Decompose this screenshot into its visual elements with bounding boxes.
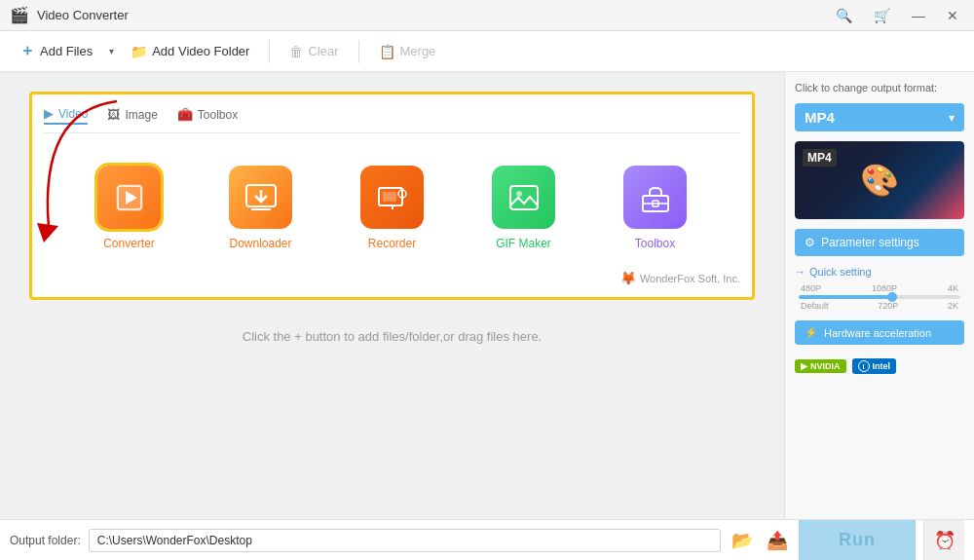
output-folder-label: Output folder: — [10, 534, 81, 547]
feature-item-converter[interactable]: Converter — [83, 158, 175, 258]
drop-hint: Click the + button to add files/folder,o… — [10, 329, 774, 344]
run-label: Run — [839, 530, 876, 549]
quality-4k: 4K — [948, 283, 958, 293]
quick-setting-arrow-icon: → — [795, 266, 805, 278]
search-title-btn[interactable]: 🔍 — [830, 6, 858, 25]
quick-setting-label: → Quick setting — [795, 266, 964, 278]
add-files-button[interactable]: ＋ Add Files — [10, 36, 102, 66]
add-files-dropdown[interactable]: ▾ — [106, 41, 117, 61]
mp4-label: MP4 — [803, 149, 837, 167]
downloader-label: Downloader — [229, 237, 291, 250]
add-files-label: Add Files — [40, 44, 93, 58]
svg-rect-12 — [510, 186, 538, 209]
alarm-icon: ⏰ — [934, 530, 955, 551]
gpu-badges: ▶ NVIDIA i Intel — [795, 358, 964, 374]
parameter-settings-button[interactable]: ⚙ Parameter settings — [795, 229, 964, 256]
add-folder-button[interactable]: 📁 Add Video Folder — [121, 39, 259, 64]
gifmaker-label: GIF Maker — [496, 237, 551, 250]
clear-icon: 🗑 — [289, 44, 303, 59]
title-bar-controls: 🔍 🛒 — ✕ — [830, 6, 964, 25]
quick-setting-section: → Quick setting 480P 1080P 4K Default 72… — [795, 266, 964, 311]
folder-browse-button[interactable]: 📂 — [729, 527, 756, 554]
settings-icon: ⚙ — [805, 236, 815, 249]
tab-video[interactable]: ▶ Video — [44, 106, 88, 125]
toolbox-tab-icon: 🧰 — [177, 107, 193, 122]
tab-toolbox-label: Toolbox — [198, 108, 238, 122]
toolbar: ＋ Add Files ▾ 📁 Add Video Folder 🗑 Clear… — [0, 31, 974, 72]
feature-tabs: ▶ Video 🖼 Image 🧰 Toolbox — [44, 106, 740, 133]
quality-2k: 2K — [948, 301, 958, 311]
import-export-button[interactable]: 📤 — [764, 527, 791, 554]
left-panel: ▶ Video 🖼 Image 🧰 Toolbox — [0, 72, 784, 519]
quality-720p: 720P — [878, 301, 898, 311]
feature-item-toolbox[interactable]: Toolbox — [609, 158, 701, 258]
toolbox-icon — [623, 166, 687, 229]
quality-labels-top: 480P 1080P 4K — [799, 283, 960, 293]
wonderfox-logo-icon: 🦊 — [620, 271, 636, 285]
format-preview: MP4 🎨 — [795, 141, 964, 219]
quality-track[interactable] — [799, 295, 960, 299]
nvidia-icon: ▶ — [801, 361, 807, 371]
format-dropdown-icon: ▾ — [949, 111, 955, 125]
bottom-bar: Output folder: 📂 📤 Run ⏰ — [0, 519, 974, 560]
tab-image-label: Image — [125, 108, 157, 122]
feature-item-downloader[interactable]: Downloader — [214, 158, 307, 258]
merge-button[interactable]: 📋 Merge — [369, 39, 446, 64]
quality-thumb[interactable] — [887, 292, 897, 302]
converter-icon — [97, 166, 161, 229]
recorder-icon — [360, 166, 424, 229]
format-label: Click to change output format: — [795, 82, 964, 93]
tab-toolbox[interactable]: 🧰 Toolbox — [177, 106, 238, 125]
minimize-btn[interactable]: — — [906, 6, 931, 25]
run-button[interactable]: Run — [799, 520, 916, 561]
feature-footer-text: WonderFox Soft, Inc. — [640, 273, 740, 284]
right-panel: Click to change output format: MP4 ▾ MP4… — [784, 72, 974, 519]
feature-footer: 🦊 WonderFox Soft, Inc. — [44, 271, 740, 285]
quality-480p: 480P — [801, 283, 821, 293]
tab-video-label: Video — [58, 107, 88, 121]
video-tab-icon: ▶ — [44, 106, 54, 121]
feature-item-recorder[interactable]: Recorder — [346, 158, 438, 258]
hw-icon: ⚡ — [805, 326, 818, 339]
nvidia-label: NVIDIA — [810, 361, 841, 371]
app-title: Video Converter — [37, 8, 830, 22]
output-path-input[interactable] — [89, 529, 721, 552]
merge-label: Merge — [400, 44, 436, 58]
downloader-icon — [229, 166, 292, 229]
toolbox-label: Toolbox — [635, 237, 675, 250]
merge-icon: 📋 — [379, 44, 395, 59]
feature-panel: ▶ Video 🖼 Image 🧰 Toolbox — [29, 92, 755, 300]
hw-label: Hardware acceleration — [824, 327, 931, 339]
svg-rect-10 — [383, 192, 396, 202]
intel-label: Intel — [873, 361, 891, 371]
add-folder-label: Add Video Folder — [152, 44, 249, 58]
clear-button[interactable]: 🗑 Clear — [280, 39, 348, 64]
toolbar-divider — [269, 40, 270, 63]
settings-label: Parameter settings — [821, 236, 919, 249]
recorder-label: Recorder — [368, 237, 416, 250]
shop-title-btn[interactable]: 🛒 — [868, 6, 896, 25]
toolbar-divider2 — [358, 40, 359, 63]
svg-point-13 — [516, 191, 522, 197]
tab-image[interactable]: 🖼 Image — [107, 106, 157, 125]
clear-label: Clear — [308, 44, 338, 58]
nvidia-badge: ▶ NVIDIA — [795, 359, 846, 373]
folder-icon: 📁 — [131, 44, 147, 59]
intel-badge: i Intel — [852, 358, 897, 374]
converter-label: Converter — [103, 237, 155, 250]
app-logo: 🎬 — [10, 6, 29, 25]
format-selector[interactable]: MP4 ▾ — [795, 103, 964, 131]
format-text: MP4 — [805, 109, 835, 126]
feature-item-gifmaker[interactable]: GIF Maker — [477, 158, 570, 258]
alarm-button[interactable]: ⏰ — [923, 520, 964, 561]
quality-default: Default — [801, 301, 829, 311]
gifmaker-icon — [492, 166, 555, 229]
image-tab-icon: 🖼 — [107, 107, 120, 122]
hardware-acceleration-button[interactable]: ⚡ Hardware acceleration — [795, 320, 964, 345]
quality-slider: 480P 1080P 4K Default 720P 2K — [795, 283, 964, 311]
mp4-preview-box: MP4 🎨 — [795, 141, 964, 219]
close-btn[interactable]: ✕ — [941, 6, 964, 25]
intel-icon: i — [858, 360, 870, 372]
feature-icons: Converter Downloader — [44, 148, 740, 263]
quality-labels-bottom: Default 720P 2K — [799, 301, 960, 311]
